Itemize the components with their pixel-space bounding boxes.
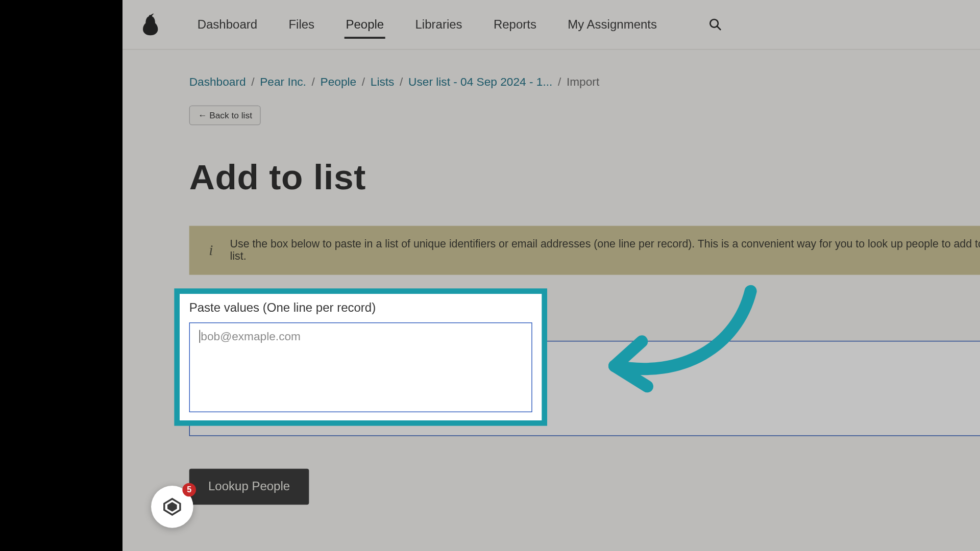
paste-textarea[interactable]: [189, 341, 980, 436]
paste-form: Paste values (One line per record) Looku…: [189, 320, 980, 505]
page-title: Add to list: [189, 157, 980, 197]
nav-files[interactable]: Files: [288, 1, 314, 48]
lookup-people-button[interactable]: Lookup People: [189, 469, 309, 505]
breadcrumb-separator: /: [362, 76, 365, 89]
breadcrumb-separator: /: [312, 76, 315, 89]
search-button[interactable]: [708, 18, 722, 32]
crumb-org[interactable]: Pear Inc.: [260, 76, 306, 89]
nav-libraries[interactable]: Libraries: [415, 1, 462, 48]
search-icon: [708, 18, 722, 32]
nav-dashboard[interactable]: Dashboard: [198, 1, 257, 48]
nav-label: Files: [288, 17, 314, 31]
info-text: Use the box below to paste in a list of …: [230, 238, 980, 263]
breadcrumb-separator: /: [558, 76, 561, 89]
crumb-lists[interactable]: Lists: [371, 76, 395, 89]
paste-label: Paste values (One line per record): [189, 320, 980, 334]
crumb-userlist[interactable]: User list - 04 Sep 2024 - 1...: [408, 76, 552, 89]
info-icon: i: [204, 241, 218, 259]
top-nav: Dashboard Files People Libraries Reports…: [122, 0, 980, 49]
svg-marker-3: [167, 502, 177, 512]
nav-people[interactable]: People: [346, 1, 384, 48]
widget-badge: 5: [182, 483, 196, 497]
nav-my-assignments[interactable]: My Assignments: [568, 1, 657, 48]
nav-label: People: [346, 17, 384, 31]
nav-label: Dashboard: [198, 17, 257, 31]
info-banner: i Use the box below to paste in a list o…: [189, 226, 980, 275]
nav-label: My Assignments: [568, 17, 657, 31]
breadcrumb-separator: /: [251, 76, 254, 89]
crumb-current: Import: [567, 76, 599, 89]
crumb-people[interactable]: People: [321, 76, 357, 89]
letterbox-left: [0, 0, 122, 551]
help-widget-button[interactable]: 5: [151, 486, 193, 528]
widget-logo-icon: [163, 497, 182, 516]
breadcrumb: Dashboard / Pear Inc. / People / Lists /…: [189, 76, 980, 89]
nav-label: Reports: [494, 17, 536, 31]
logo-pear-icon: [141, 12, 159, 37]
svg-line-1: [717, 27, 720, 30]
crumb-dashboard[interactable]: Dashboard: [189, 76, 246, 89]
nav-label: Libraries: [415, 17, 462, 31]
nav-reports[interactable]: Reports: [494, 1, 536, 48]
back-to-list-button[interactable]: ← Back to list: [189, 106, 261, 126]
breadcrumb-separator: /: [400, 76, 403, 89]
